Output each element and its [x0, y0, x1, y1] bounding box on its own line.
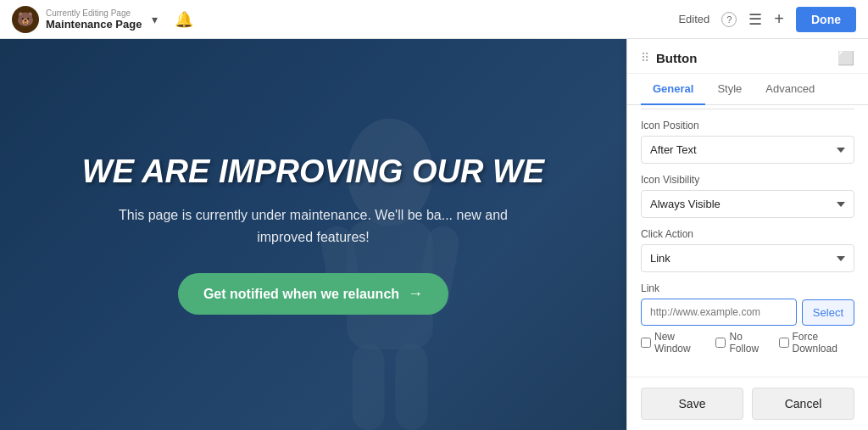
- canvas-content: WE ARE IMPROVING OUR WE This page is cur…: [0, 39, 626, 430]
- canvas-subtitle: This page is currently under maintenance…: [102, 204, 526, 248]
- force-download-checkbox[interactable]: Force Download: [779, 331, 854, 355]
- edited-label: Edited: [678, 13, 709, 25]
- page-info: Currently Editing Page Maintenance Page: [46, 8, 142, 31]
- side-panel: ⠿ Button ⬜ General Style Advanced Icon P…: [626, 39, 868, 430]
- click-action-group: Click Action Link Popup Scroll to Sectio…: [641, 228, 854, 272]
- tab-style[interactable]: Style: [705, 74, 754, 105]
- icon-visibility-select[interactable]: Always Visible On Hover Never: [641, 190, 854, 218]
- page-dropdown-icon[interactable]: ▾: [152, 13, 158, 26]
- canvas-area: WE ARE IMPROVING OUR WE This page is cur…: [0, 39, 626, 430]
- page-name-label: Maintenance Page: [46, 18, 142, 31]
- force-download-label: Force Download: [793, 331, 854, 355]
- link-select-button[interactable]: Select: [802, 299, 854, 326]
- panel-header: ⠿ Button ⬜: [627, 39, 868, 74]
- cancel-button[interactable]: Cancel: [752, 388, 854, 420]
- topbar-left: 🐻 Currently Editing Page Maintenance Pag…: [12, 6, 193, 33]
- help-icon[interactable]: ?: [721, 12, 737, 27]
- panel-title: Button: [656, 51, 837, 65]
- canvas-btn-arrow-icon: →: [408, 285, 423, 303]
- drag-handle-icon: ⠿: [641, 51, 649, 64]
- icon-position-select[interactable]: After Text Before Text: [641, 136, 854, 164]
- icon-position-label: Icon Position: [641, 120, 854, 131]
- topbar: 🐻 Currently Editing Page Maintenance Pag…: [0, 0, 868, 39]
- logo-icon: 🐻: [12, 6, 39, 33]
- save-button[interactable]: Save: [641, 388, 743, 420]
- currently-editing-label: Currently Editing Page: [46, 8, 142, 18]
- no-follow-input[interactable]: [715, 338, 726, 348]
- panel-body: Icon Position After Text Before Text Ico…: [627, 113, 868, 371]
- link-input[interactable]: [641, 299, 797, 326]
- canvas-cta-button[interactable]: Get notified when we relaunch →: [178, 273, 448, 315]
- no-follow-label: No Follow: [729, 331, 766, 355]
- add-icon[interactable]: +: [774, 9, 784, 29]
- new-window-label: New Window: [654, 331, 704, 355]
- icon-visibility-label: Icon Visibility: [641, 174, 854, 186]
- link-row: Select: [641, 299, 854, 326]
- new-window-input[interactable]: [641, 338, 651, 348]
- link-label: Link: [641, 282, 854, 294]
- main-area: WE ARE IMPROVING OUR WE This page is cur…: [0, 39, 868, 430]
- icon-position-group: Icon Position After Text Before Text: [641, 120, 854, 164]
- new-window-checkbox[interactable]: New Window: [641, 331, 704, 355]
- tab-general[interactable]: General: [641, 74, 705, 105]
- canvas-title: WE ARE IMPROVING OUR WE: [82, 154, 544, 190]
- click-action-select[interactable]: Link Popup Scroll to Section: [641, 244, 854, 272]
- link-group: Link Select New Window No Follow: [641, 282, 854, 355]
- force-download-input[interactable]: [779, 338, 789, 348]
- canvas-btn-label: Get notified when we relaunch: [203, 287, 399, 302]
- checkbox-row: New Window No Follow Force Download: [641, 331, 854, 355]
- list-icon[interactable]: ☰: [748, 10, 762, 29]
- panel-footer: Save Cancel: [627, 377, 868, 430]
- topbar-right: Edited ? ☰ + Done: [678, 7, 856, 32]
- click-action-label: Click Action: [641, 228, 854, 240]
- bell-icon[interactable]: 🔔: [175, 10, 193, 29]
- no-follow-checkbox[interactable]: No Follow: [715, 331, 766, 355]
- panel-tabs: General Style Advanced: [627, 74, 868, 105]
- panel-separator: [641, 109, 854, 109]
- icon-visibility-group: Icon Visibility Always Visible On Hover …: [641, 174, 854, 218]
- tab-advanced[interactable]: Advanced: [754, 74, 826, 105]
- done-button[interactable]: Done: [796, 7, 856, 32]
- minimize-icon[interactable]: ⬜: [837, 49, 854, 66]
